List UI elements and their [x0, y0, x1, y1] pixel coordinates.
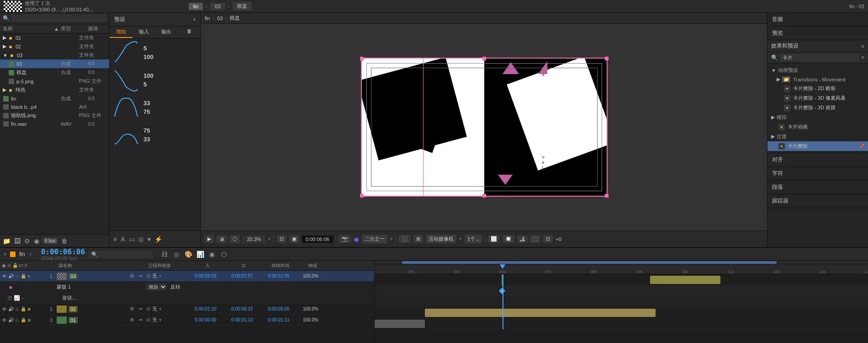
pin-icon[interactable]: 📌 — [859, 144, 864, 149]
pen-icon-2[interactable]: ✏ — [139, 306, 146, 311]
effect-item[interactable]: ✦ 卡片擦除 - 3D 像素风暴 — [773, 93, 868, 103]
tl-layer-row-3[interactable]: 👁 🔊 ◎ 🔒 ■ 3 01 串 ✏ ⊙ 无 ▾ 0:00 — [0, 315, 374, 326]
tl-layer-row-shape[interactable]: ⏱ 📈 ··· 形状... — [0, 293, 374, 304]
ellipse-icon[interactable]: ◎ — [138, 236, 144, 243]
track-row-2[interactable] — [375, 307, 868, 318]
motion-icon[interactable]: ◉ — [207, 251, 217, 258]
list-item[interactable]: ▶ ■ 02 文件夹 — [0, 42, 109, 51]
presets-close-button[interactable]: × — [193, 16, 196, 23]
pen-icon-3[interactable]: ✏ — [139, 317, 146, 322]
audio-icon[interactable]: 🔊 — [8, 317, 14, 322]
effect-item-selected[interactable]: ✦ 卡片擦除 📌 — [767, 141, 868, 151]
tl-layer-row-mask[interactable]: ■ 蒙版 1 相加 反转 — [0, 282, 374, 293]
tab-qipan[interactable]: 棋盘 — [233, 2, 252, 11]
grid-btn[interactable]: ⊞ — [413, 235, 423, 243]
dropdown-icon[interactable]: ▾ — [159, 273, 162, 279]
list-item[interactable]: 辅助线.png PNG 文件 — [0, 111, 109, 120]
toggle-icon[interactable]: ▾ — [4, 251, 6, 257]
mask-btn[interactable]: ⬡ — [230, 235, 240, 243]
tab-input[interactable]: 输入 — [132, 27, 155, 38]
menu-icon[interactable]: ≡ — [29, 251, 32, 257]
mask2-icon[interactable]: ⬡ — [219, 251, 228, 258]
info-btn[interactable]: 🔲 — [503, 235, 514, 243]
tl-layer-row-2[interactable]: 👁 🔊 ◎ 🔒 ■ 2 02 串 ✏ ⊙ 无 ▾ 0:00 — [0, 304, 374, 315]
chevron-icon[interactable]: ▾ — [148, 236, 151, 243]
camera-btn[interactable]: 活动摄像机 — [426, 235, 456, 243]
timeline-scrollbar[interactable] — [375, 261, 868, 264]
align-label[interactable]: 对齐 — [767, 153, 868, 166]
text-icon[interactable]: A — [121, 236, 125, 243]
list-item[interactable]: p-5.png PNG 文件 — [0, 77, 109, 86]
timeline-search-input[interactable] — [89, 251, 153, 258]
tab-03[interactable]: 03 — [210, 3, 225, 10]
settings-icon[interactable]: ⚙ — [24, 237, 30, 245]
list-item[interactable]: 棋盘 合成 0:0 — [0, 68, 109, 77]
curve-item[interactable]: 33 75 — [112, 96, 198, 119]
fit-btn[interactable]: ⊡ — [277, 235, 286, 243]
tl-layer-row-1[interactable]: 👁 🔊 ◎ 🔒 ■ 1 03 串 ✏ ⊙ 无 ▾ 0:00 — [0, 271, 374, 282]
viewer-tab-qipan[interactable]: 棋盘 — [230, 15, 240, 21]
eye-icon[interactable]: 👁 — [2, 317, 7, 323]
track-bar-1[interactable] — [650, 276, 720, 284]
track-bar-3[interactable] — [375, 320, 425, 328]
curve-item[interactable]: 75 33 — [112, 123, 198, 146]
track-row-1[interactable] — [375, 274, 868, 285]
effect-item[interactable]: ✦ 卡片擦除 - 2D 断裂 — [773, 84, 868, 93]
dropdown-icon[interactable]: ▾ — [159, 306, 162, 312]
list-item[interactable]: black b...p4 AVI — [0, 103, 109, 111]
blend-select[interactable]: 相加 — [146, 284, 167, 290]
viewer-tab-03[interactable]: 03 — [217, 16, 222, 21]
tracker-label[interactable]: 跟踪器 — [767, 194, 868, 208]
graph-icon[interactable]: 📈 — [14, 295, 20, 301]
lock-icon[interactable]: 🔒 — [21, 306, 26, 311]
color-icon[interactable]: 🎨 — [184, 251, 193, 258]
delete-icon[interactable]: 🗑 — [61, 237, 68, 245]
timeline-time-display[interactable]: 0:00:06:06 — [41, 247, 85, 256]
render-btn[interactable]: 🏞 — [517, 236, 528, 243]
eye-icon[interactable]: 👁 — [2, 273, 7, 279]
char-label[interactable]: 字符 — [767, 167, 868, 180]
channel-btn[interactable]: ⊡ — [543, 235, 553, 243]
presets-group-label[interactable]: ▼ 动画预设 — [767, 65, 868, 75]
transition-group-label[interactable]: ▶ 过渡 — [767, 132, 868, 141]
list-item-fin[interactable]: fin 合成 0:0 — [0, 94, 109, 103]
play-btn[interactable]: ▶ — [205, 235, 214, 243]
output-btn[interactable]: ⬜ — [488, 235, 500, 243]
eye-icon[interactable]: 👁 — [2, 306, 7, 312]
timer-icon[interactable]: ⏱ — [7, 295, 12, 301]
list-item[interactable]: fin.wav WAV 0:0 — [0, 120, 109, 128]
scroll-thumb[interactable] — [402, 261, 777, 264]
audio-icon[interactable]: 🔊 — [8, 306, 14, 311]
convert-icon[interactable]: ⚡ — [154, 236, 162, 243]
timeline-tracks-area[interactable]: 04s 05s 06s 07s 08s 09s 10s 11s 12s 13s … — [375, 261, 868, 343]
count-btn[interactable]: 1个... — [465, 235, 482, 243]
solo-icon[interactable]: ◎ — [15, 306, 19, 311]
clear-search-icon[interactable]: × — [861, 54, 864, 61]
curve-item[interactable]: 100 5 — [112, 69, 198, 91]
fraction-btn[interactable]: 二分之一 — [362, 235, 387, 243]
new-folder-icon[interactable]: 📁 — [3, 237, 11, 245]
lock-icon[interactable]: 🔒 — [21, 317, 26, 322]
safe-btn[interactable]: ▣ — [289, 235, 299, 243]
solo-icon[interactable]: ◎ — [172, 251, 181, 258]
effect-item[interactable]: ✦ 卡片擦除 - 3D 摇摆 — [773, 103, 868, 113]
preview-label[interactable]: 预览 — [767, 27, 868, 40]
solo-layer-icon[interactable]: ◎ — [15, 273, 19, 279]
tab-increase[interactable]: 增加 — [110, 27, 132, 38]
new-comp-icon[interactable]: 🖼 — [14, 237, 21, 245]
viewer-tab-fin[interactable]: fin — [205, 16, 210, 21]
camera-snapshot-btn[interactable]: 📷 — [339, 235, 351, 243]
dropdown-icon[interactable]: ▾ — [159, 317, 162, 323]
chart-icon[interactable]: 📊 — [196, 251, 205, 258]
effect-item[interactable]: ✦ 卡片动画 — [767, 122, 868, 132]
track-row-3[interactable] — [375, 318, 868, 329]
menu-icon[interactable]: ≡ — [113, 236, 117, 243]
pen-icon-1[interactable]: ✏ — [139, 273, 146, 279]
paragraph-label[interactable]: 段落 — [767, 181, 868, 194]
effects-search-input[interactable] — [780, 54, 859, 61]
list-item[interactable]: ▶ ■ 纯色 文件夹 — [0, 86, 109, 94]
audio-icon[interactable]: 🔊 — [8, 273, 14, 279]
lock-icon[interactable]: 🔒 — [21, 273, 26, 279]
color-icon[interactable]: ◉ — [34, 237, 39, 245]
transitions-group-label[interactable]: ▶ 📁 Transitions - Movement — [773, 75, 868, 84]
